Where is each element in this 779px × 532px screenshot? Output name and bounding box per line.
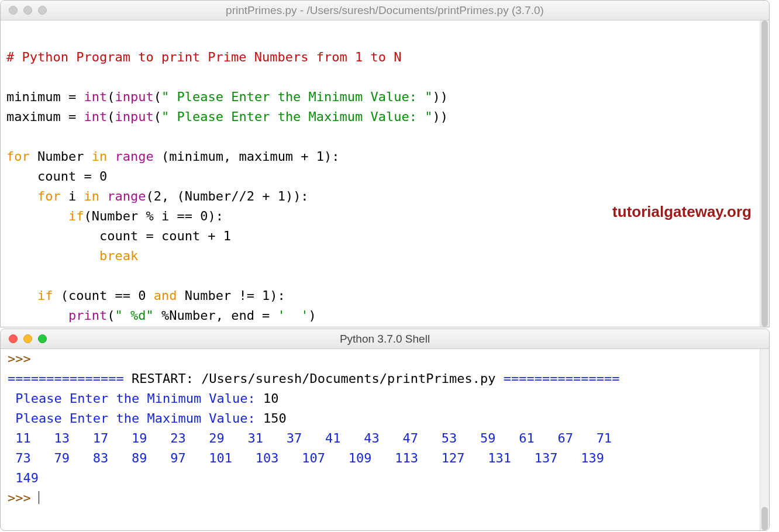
editor-scrollbar[interactable] <box>760 20 769 327</box>
shell-scroll-thumb[interactable] <box>761 507 768 530</box>
editor-scroll-thumb[interactable] <box>761 20 768 327</box>
editor-window: printPrimes.py - /Users/suresh/Documents… <box>0 0 770 327</box>
shell-scrollbar[interactable] <box>760 349 769 530</box>
shell-window: Python 3.7.0 Shell >>> =============== R… <box>0 329 770 531</box>
editor-title: printPrimes.py - /Users/suresh/Documents… <box>1 4 769 17</box>
primes-output-row3: 149 <box>8 471 54 485</box>
code-comment: # Python Program to print Prime Numbers … <box>6 50 402 64</box>
shell-body[interactable]: >>> =============== RESTART: /Users/sure… <box>1 349 769 508</box>
watermark: tutorialgateway.org <box>612 202 752 222</box>
shell-titlebar[interactable]: Python 3.7.0 Shell <box>1 329 769 349</box>
max-prompt: Please Enter the Maximum Value: <box>8 411 263 426</box>
shell-prompt: >>> <box>8 490 39 505</box>
min-prompt: Please Enter the Minimum Value: <box>8 391 263 406</box>
restart-path: RESTART: /Users/suresh/Documents/printPr… <box>132 371 496 386</box>
shell-prompt: >>> <box>8 351 31 366</box>
max-value: 150 <box>263 411 287 426</box>
shell-title: Python 3.7.0 Shell <box>1 333 769 346</box>
cursor-icon <box>39 491 39 504</box>
primes-output-row1: 11 13 17 19 23 29 31 37 41 43 47 53 59 6… <box>8 431 628 445</box>
editor-titlebar[interactable]: printPrimes.py - /Users/suresh/Documents… <box>1 1 769 20</box>
primes-output-row2: 73 79 83 89 97 101 103 107 109 113 127 1… <box>8 451 619 465</box>
code-editor[interactable]: # Python Program to print Prime Numbers … <box>1 20 769 327</box>
min-value: 10 <box>263 391 279 406</box>
